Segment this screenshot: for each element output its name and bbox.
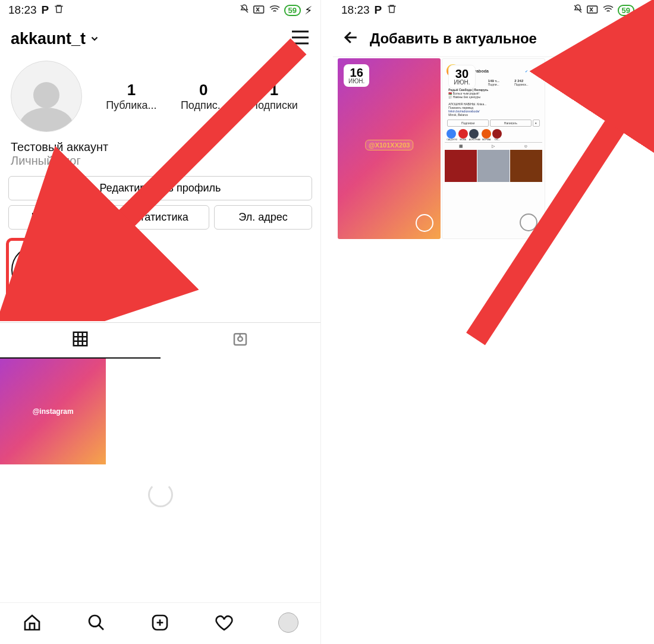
back-button[interactable]: [342, 29, 360, 49]
profile-bio: Тестовый аккаунт Личный блог: [0, 136, 320, 176]
story-card-1[interactable]: 16 ИЮН. @X101XX203: [338, 58, 441, 239]
tab-grid[interactable]: [0, 323, 161, 359]
spinner-icon: [148, 482, 173, 507]
charging-icon: ⚡︎: [638, 4, 646, 17]
add-highlight-button[interactable]: Добавить: [11, 246, 60, 309]
wifi-icon: [269, 4, 281, 17]
stat-following[interactable]: 1 Подписки: [250, 81, 298, 112]
plus-circle-icon: [11, 246, 60, 294]
post-tag-text: @instagram: [33, 407, 74, 416]
profile-stats-row: 1 Публика... 0 Подпис... 1 Подписки: [0, 57, 320, 136]
profile-tabs: [0, 322, 320, 359]
status-p-icon: P: [42, 4, 49, 17]
post-thumbnail[interactable]: @instagram: [0, 359, 106, 464]
story-select-ring: [416, 214, 433, 232]
next-button[interactable]: Далее: [606, 31, 644, 46]
nav-add[interactable]: [147, 613, 173, 634]
status-time: 18:23: [341, 4, 370, 17]
select-title: Добавить в актуальное: [370, 30, 597, 47]
wifi-icon: [602, 4, 614, 17]
story-date-badge: 30 ИЮН.: [448, 65, 475, 89]
stat-followers[interactable]: 0 Подпис...: [181, 81, 227, 112]
loading-spinner: [0, 464, 320, 527]
highlights-row: Добавить Актуальное: [0, 234, 320, 322]
svg-rect-1: [74, 332, 87, 346]
phone-select-screen: 18:23 P 59 ⚡︎ Добавить в акт: [333, 0, 654, 644]
avatar-small-icon: [278, 612, 298, 633]
trash-icon: [386, 4, 397, 17]
bottom-nav: [0, 602, 320, 644]
battery-level: 59: [618, 5, 634, 16]
story-card-2[interactable]: 30 ИЮН. radiosvaboda ✔ ⋮ 11 тыс.Публи...…: [442, 58, 545, 239]
tab-tagged[interactable]: [161, 323, 321, 359]
add-highlight-label: Добавить: [11, 298, 60, 309]
nav-search[interactable]: [83, 613, 109, 634]
mini-reels-icon: ▷: [477, 143, 510, 150]
mini-tagged-icon: ☺: [510, 143, 542, 150]
promo-button[interactable]: Промоак...: [8, 205, 106, 230]
battery-box-icon: [587, 4, 599, 17]
svg-rect-0: [253, 6, 263, 13]
stats-button[interactable]: Статистика: [111, 205, 209, 230]
email-button[interactable]: Эл. адрес: [214, 205, 312, 230]
nav-home[interactable]: [19, 613, 45, 634]
tutorial-highlight-box: Добавить: [6, 238, 65, 314]
story-mention-text: @X101XX203: [365, 140, 413, 150]
status-bar: 18:23 P 59 ⚡︎: [333, 0, 654, 20]
highlight-item-1[interactable]: Актуальное: [75, 243, 126, 312]
status-bar: 18:23 P 59 ⚡︎: [0, 0, 320, 20]
hamburger-menu-button[interactable]: [291, 30, 310, 48]
mute-icon: [573, 4, 583, 17]
svg-point-4: [89, 615, 100, 627]
profile-avatar[interactable]: [11, 61, 82, 132]
edit-profile-button[interactable]: Редактировать профиль: [8, 176, 312, 200]
battery-box-icon: [253, 4, 265, 17]
highlight-thumbnail: [75, 243, 124, 291]
mini-grid-icon: ▦: [445, 143, 477, 150]
chevron-down-icon: [89, 30, 100, 48]
phone-profile-screen: 18:23 P 59 ⚡︎ akkaunt_t: [0, 0, 321, 644]
profile-header: akkaunt_t: [0, 20, 320, 57]
svg-point-3: [238, 337, 243, 341]
battery-level: 59: [284, 5, 301, 16]
story-date-badge: 16 ИЮН.: [344, 64, 369, 87]
verified-icon: ✔: [525, 69, 528, 73]
nav-profile[interactable]: [275, 612, 301, 635]
stories-grid: 16 ИЮН. @X101XX203 30 ИЮН. radiosvaboda …: [333, 57, 654, 240]
display-name: Тестовый аккаунт: [11, 140, 310, 154]
mute-icon: [239, 4, 250, 17]
category: Личный блог: [11, 154, 310, 168]
charging-icon: ⚡︎: [304, 4, 312, 17]
username-text: akkaunt_t: [11, 30, 86, 48]
svg-rect-6: [587, 6, 597, 13]
status-p-icon: P: [375, 4, 382, 17]
trash-icon: [54, 4, 64, 17]
nav-activity[interactable]: [211, 613, 237, 634]
more-icon: ⋮: [530, 68, 540, 74]
select-header: Добавить в актуальное Далее: [333, 20, 654, 57]
username-switcher[interactable]: akkaunt_t: [11, 30, 100, 48]
story-select-ring: [520, 213, 537, 231]
posts-grid: @instagram: [0, 359, 320, 464]
highlight-1-label: Актуальное: [75, 295, 126, 306]
status-time: 18:23: [8, 4, 37, 17]
stat-posts[interactable]: 1 Публика...: [106, 81, 156, 112]
